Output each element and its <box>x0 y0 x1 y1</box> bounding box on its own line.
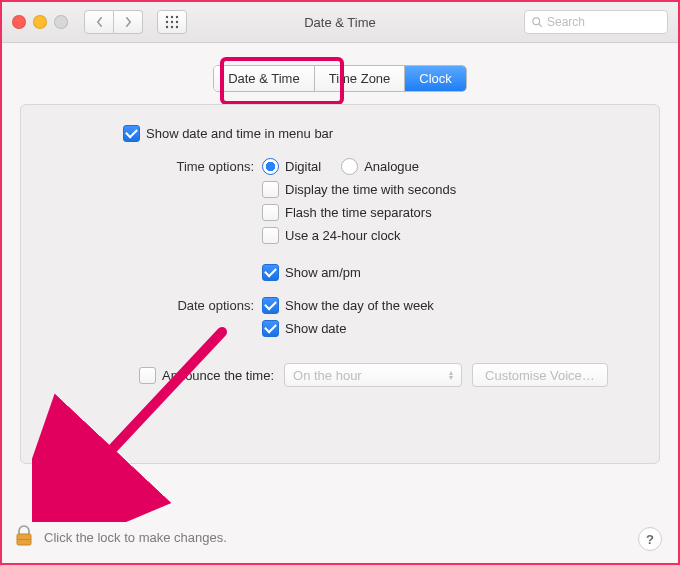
svg-point-7 <box>171 26 173 28</box>
label-digital: Digital <box>285 159 321 174</box>
label-24hour: Use a 24-hour clock <box>285 228 401 243</box>
svg-point-5 <box>176 21 178 23</box>
chevron-left-icon <box>95 16 104 28</box>
window-minimize-button[interactable] <box>33 15 47 29</box>
grid-icon <box>165 15 179 29</box>
tab-clock[interactable]: Clock <box>405 66 466 91</box>
label-analogue: Analogue <box>364 159 419 174</box>
svg-point-2 <box>176 16 178 18</box>
label-flash: Flash the time separators <box>285 205 432 220</box>
button-customise-voice[interactable]: Customise Voice… <box>472 363 608 387</box>
label-ampm: Show am/pm <box>285 265 361 280</box>
search-icon <box>531 16 543 28</box>
window-close-button[interactable] <box>12 15 26 29</box>
lock-button[interactable] <box>14 524 34 551</box>
checkbox-ampm[interactable] <box>262 264 279 281</box>
chevron-right-icon <box>124 16 133 28</box>
label-dayofweek: Show the day of the week <box>285 298 434 313</box>
checkbox-showdate[interactable] <box>262 320 279 337</box>
svg-point-9 <box>533 18 540 25</box>
help-button[interactable]: ? <box>638 527 662 551</box>
label-announce: Announce the time: <box>162 368 274 383</box>
checkbox-24hour[interactable] <box>262 227 279 244</box>
label-date-options: Date options: <box>39 297 262 313</box>
svg-point-8 <box>176 26 178 28</box>
label-showdate: Show date <box>285 321 346 336</box>
tab-time-zone[interactable]: Time Zone <box>315 66 406 91</box>
label-time-options: Time options: <box>39 158 262 174</box>
label-seconds: Display the time with seconds <box>285 182 456 197</box>
window-zoom-button <box>54 15 68 29</box>
stepper-icon: ▴▾ <box>449 370 453 380</box>
svg-point-6 <box>166 26 168 28</box>
search-placeholder: Search <box>547 15 585 29</box>
tab-group: Date & Time Time Zone Clock <box>213 65 467 92</box>
checkbox-dayofweek[interactable] <box>262 297 279 314</box>
radio-analogue[interactable] <box>341 158 358 175</box>
show-all-button[interactable] <box>157 10 187 34</box>
nav-back-button[interactable] <box>84 10 114 34</box>
checkbox-seconds[interactable] <box>262 181 279 198</box>
checkbox-flash[interactable] <box>262 204 279 221</box>
search-field[interactable]: Search <box>524 10 668 34</box>
svg-point-4 <box>171 21 173 23</box>
svg-point-3 <box>166 21 168 23</box>
svg-line-10 <box>539 24 541 26</box>
lock-text: Click the lock to make changes. <box>44 530 227 545</box>
radio-digital[interactable] <box>262 158 279 175</box>
label-menubar: Show date and time in menu bar <box>146 126 333 141</box>
checkbox-announce[interactable] <box>139 367 156 384</box>
svg-point-1 <box>171 16 173 18</box>
tab-date-time[interactable]: Date & Time <box>214 66 315 91</box>
content-panel: Show date and time in menu bar Time opti… <box>20 104 660 464</box>
popup-announce-interval[interactable]: On the hour ▴▾ <box>284 363 462 387</box>
nav-forward-button[interactable] <box>114 10 143 34</box>
checkbox-menubar[interactable] <box>123 125 140 142</box>
lock-icon <box>14 524 34 548</box>
svg-point-0 <box>166 16 168 18</box>
popup-announce-value: On the hour <box>293 368 362 383</box>
